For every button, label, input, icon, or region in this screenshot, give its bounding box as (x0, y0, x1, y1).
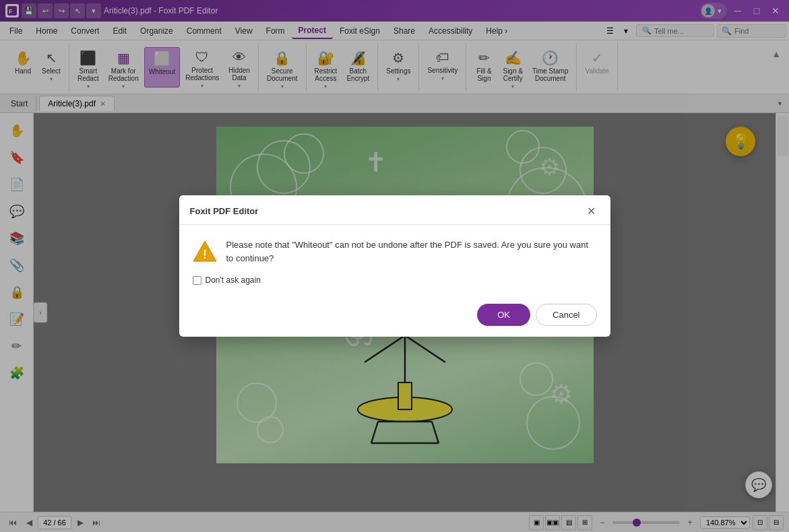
dialog-overlay: Foxit PDF Editor ✕ ! Please note that "W… (0, 0, 789, 532)
warning-icon: ! (193, 240, 217, 265)
dialog-body: ! Please note that "Whiteout" can not be… (179, 225, 610, 296)
dont-ask-again-checkbox[interactable] (193, 276, 201, 285)
dialog-title: Foxit PDF Editor (190, 206, 259, 216)
dialog-message-text: Please note that "Whiteout" can not be u… (226, 238, 597, 265)
warning-triangle-svg: ! (193, 240, 217, 263)
dialog-title-bar: Foxit PDF Editor ✕ (179, 195, 610, 225)
dont-ask-again-label: Don't ask again (206, 275, 261, 285)
svg-text:!: ! (203, 248, 207, 261)
dialog-buttons: OK Cancel (179, 296, 610, 337)
dialog-checkbox-row: Don't ask again (193, 275, 597, 285)
whiteout-dialog: Foxit PDF Editor ✕ ! Please note that "W… (179, 195, 610, 337)
dialog-message-row: ! Please note that "Whiteout" can not be… (193, 238, 597, 265)
dialog-ok-button[interactable]: OK (477, 304, 530, 326)
dialog-cancel-button[interactable]: Cancel (536, 304, 596, 326)
dialog-close-button[interactable]: ✕ (583, 203, 600, 219)
